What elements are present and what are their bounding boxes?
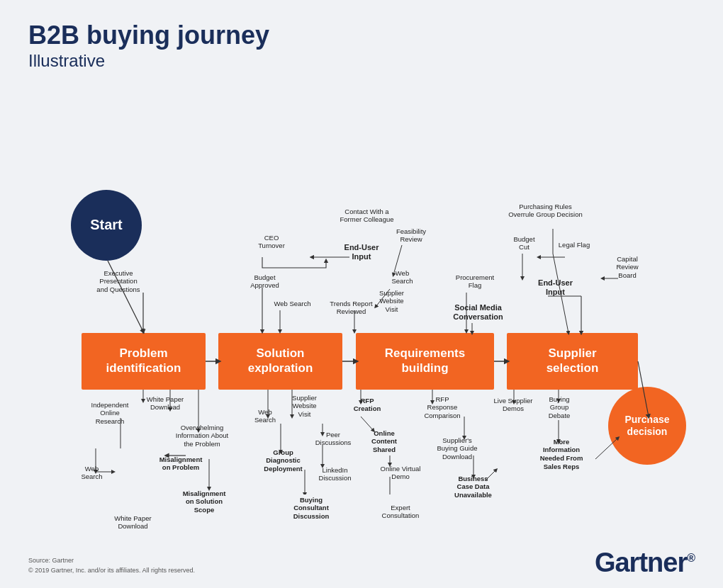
diagram-area: Problemidentification Solutionexploratio… [28, 77, 695, 494]
label-suppliers-buying: Supplier'sBuying GuideDownload [429, 436, 486, 462]
label-buying-group: BuyingGroupDebate [537, 395, 581, 421]
label-white-paper-bot: White PaperDownload [110, 514, 156, 531]
label-more-info: MoreInformationNeeded FromSales Reps [533, 438, 590, 472]
label-budget-cut: BudgetCut [505, 235, 544, 252]
label-web-search-bot1: WebSearch [72, 465, 111, 482]
label-supplier-website-top: SupplierWebsiteVisit [369, 289, 415, 315]
label-end-user-input-right: End-UserInput [529, 278, 582, 298]
label-legal-flag: Legal Flag [553, 241, 595, 249]
label-buying-consultant: BuyingConsultantDiscussion [284, 496, 339, 521]
label-contact-former: Contact With aFormer Colleague [333, 208, 400, 225]
stage-requirements: Requirementsbuilding [356, 333, 494, 390]
label-peer-discussions: PeerDiscussions [312, 431, 354, 448]
label-overwhelming: OverwhelmingInformation Aboutthe Problem [174, 424, 230, 449]
stage-supplier: Supplierselection [507, 333, 638, 390]
label-procurement-flag: ProcurementFlag [450, 273, 500, 290]
footer-copyright: © 2019 Gartner, Inc. and/or its affiliat… [28, 566, 195, 576]
svg-line-37 [361, 417, 374, 431]
stage-problem: Problemidentification [82, 333, 206, 390]
label-rfp-creation: RFPCreation [346, 397, 388, 414]
label-budget-approved: BudgetApproved [238, 273, 291, 290]
footer-source: Source: Gartner [28, 556, 195, 566]
label-independent-online: IndependentOnlineResearch [85, 401, 135, 426]
label-live-supplier: Live SupplierDemos [488, 397, 539, 414]
label-expert-consult: ExpertConsultation [376, 504, 425, 521]
label-end-user-input-left: End-UserInput [333, 243, 390, 263]
label-social-media: Social MediaConversation [448, 303, 508, 323]
title-block: B2B buying journey Illustrative [28, 21, 695, 71]
label-misalignment-problem: Misalignmenton Problem [152, 456, 209, 473]
label-capital-review: CapitalReviewBoard [602, 255, 652, 281]
label-feasibility: FeasibilityReview [386, 227, 436, 244]
footer: Source: Gartner © 2019 Gartner, Inc. and… [28, 556, 195, 575]
label-web-search-bot2: WebSearch [247, 408, 284, 425]
label-online-content: OnlineContentShared [360, 429, 408, 455]
label-linkedin: LinkedInDiscussion [312, 466, 358, 483]
gartner-logo: Gartner® [595, 548, 695, 578]
main-title: B2B buying journey [28, 21, 695, 50]
label-purchasing-rules: Purchasing RulesOverrule Group Decision [505, 203, 586, 220]
gartner-registered: ® [687, 552, 695, 564]
subtitle: Illustrative [28, 51, 695, 71]
stage-solution: Solutionexploration [218, 333, 342, 390]
label-misalignment-solution: Misalignmenton SolutionScope [176, 490, 232, 515]
label-online-virtual: Online VirtualDemo [376, 465, 425, 482]
label-rfp-response: RFPResponseComparison [417, 395, 468, 421]
label-web-search-top2: WebSearch [383, 269, 422, 286]
label-white-paper-top: White PaperDownload [140, 395, 190, 412]
label-business-case: BusinessCase DataUnavailable [447, 475, 500, 500]
label-web-search-top1: Web Search [273, 300, 312, 308]
label-group-diagnostic: GroupDiagnosticDeployment [257, 448, 310, 474]
purchase-circle: Purchasedecision [608, 387, 686, 465]
label-supplier-website-bot: SupplierWebsiteVisit [281, 394, 327, 419]
label-ceo-turnover: CEOTurnover [247, 234, 296, 251]
label-exec-pres: ExecutivePresentationand Questions [86, 269, 150, 295]
page-container: B2B buying journey Illustrative Problemi… [0, 0, 723, 588]
start-circle: Start [71, 190, 142, 261]
